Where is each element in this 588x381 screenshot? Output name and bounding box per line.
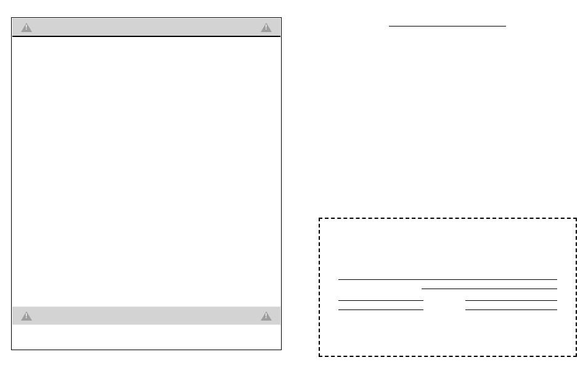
warning-icon	[261, 23, 272, 32]
warning-icon	[21, 23, 32, 32]
right-column	[319, 17, 577, 357]
bottom-warning-band	[12, 306, 280, 325]
warning-icon	[261, 311, 272, 321]
form-right-col	[457, 300, 558, 319]
form-input-line[interactable]	[422, 289, 557, 289]
form-box	[319, 218, 577, 357]
page-layout	[0, 0, 588, 374]
warning-icon	[21, 311, 32, 321]
form-input-line[interactable]	[465, 309, 558, 310]
form-input-line[interactable]	[465, 300, 558, 301]
form-input-line[interactable]	[338, 309, 423, 310]
left-column	[11, 17, 282, 357]
form-two-columns	[338, 300, 557, 319]
form-left-col	[338, 300, 439, 319]
form-lines	[338, 279, 557, 289]
top-warning-band	[12, 18, 280, 37]
heading-underline	[389, 26, 506, 27]
warning-panel	[11, 17, 282, 350]
form-input-line[interactable]	[338, 279, 557, 280]
form-input-line[interactable]	[338, 300, 423, 301]
